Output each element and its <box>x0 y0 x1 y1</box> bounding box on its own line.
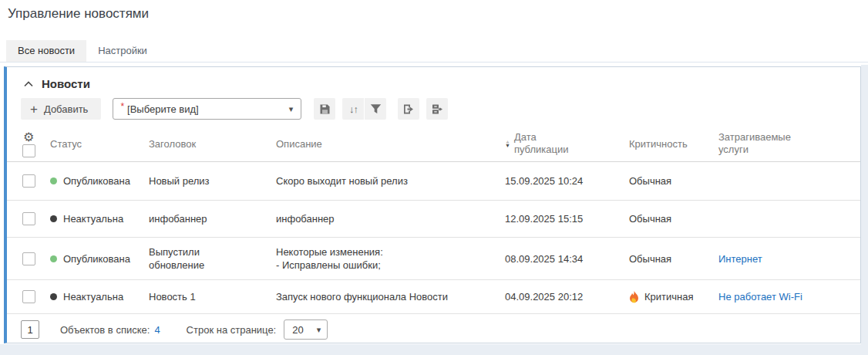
column-settings-gear-icon[interactable]: ⚙ <box>23 131 34 144</box>
row-checkbox[interactable] <box>22 212 35 225</box>
column-header-date-label: Дата публикации <box>514 131 579 156</box>
news-description: Запуск нового функционала Новости <box>276 290 448 303</box>
news-title: Выпустили обновление <box>149 245 249 272</box>
caret-down-icon: ▾ <box>317 326 321 334</box>
news-panel: Новости + Добавить * [Выберите вид] ▾ ↓↑ <box>4 66 861 343</box>
save-view-button[interactable] <box>314 98 335 120</box>
toolbar: + Добавить * [Выберите вид] ▾ ↓↑ <box>21 98 860 120</box>
status-dot <box>50 255 57 262</box>
news-description: Некоторые изменения: - Исправлены ошибки… <box>276 245 383 272</box>
news-title: Новый релиз <box>149 174 210 188</box>
collapse-chevron-icon[interactable] <box>24 81 33 87</box>
status-label: Опубликована <box>63 253 130 265</box>
news-table: ⚙ Статус Заголовок Описание ▲ ▼ Дата пуб… <box>7 126 860 345</box>
table-row[interactable]: Неактуальна Новость 1 Запуск нового функ… <box>7 280 860 314</box>
plus-icon: + <box>30 103 38 116</box>
export-structure-button[interactable] <box>426 98 448 120</box>
publish-date: 12.09.2025 15:15 <box>505 213 583 225</box>
status-label: Опубликована <box>63 175 130 187</box>
add-button[interactable]: + Добавить <box>21 98 101 120</box>
sort-arrows-icon: ↓↑ <box>349 103 358 115</box>
table-row[interactable]: Неактуальна инфобаннер инфобаннер 12.09.… <box>7 201 860 238</box>
affected-services-link[interactable]: Не работает Wi-Fi <box>718 291 802 303</box>
column-header-description[interactable]: Описание <box>276 126 505 161</box>
table-header: ⚙ Статус Заголовок Описание ▲ ▼ Дата пуб… <box>7 126 860 162</box>
status-dot <box>50 178 57 184</box>
panel-header: Новости <box>7 67 860 90</box>
filter-button[interactable] <box>365 98 386 120</box>
panel-title: Новости <box>42 77 90 90</box>
sort-desc-icon: ▼ <box>505 144 510 147</box>
rows-per-page-value: 20 <box>292 324 316 336</box>
criticality-label: Обычная <box>629 253 671 265</box>
export-button[interactable] <box>398 98 419 120</box>
criticality-label: Критичная <box>644 291 694 303</box>
filter-icon <box>370 103 382 114</box>
required-asterisk: * <box>120 101 124 112</box>
publish-date: 04.09.2025 20:12 <box>505 291 583 303</box>
tab-settings[interactable]: Настройки <box>86 40 159 62</box>
export-structure-icon <box>431 103 443 115</box>
affected-services-link[interactable]: Интернет <box>718 253 762 265</box>
tab-bar: Все новости Настройки <box>0 40 868 63</box>
page-number-button[interactable]: 1 <box>21 320 39 339</box>
column-header-services-label: Затрагиваемые услуги <box>718 131 809 156</box>
table-row[interactable]: Опубликована Выпустили обновление Некото… <box>7 238 860 280</box>
column-header-services[interactable]: Затрагиваемые услуги <box>718 126 860 161</box>
row-checkbox[interactable] <box>22 252 35 265</box>
status-dot <box>50 215 57 222</box>
row-checkbox[interactable] <box>22 290 35 303</box>
rows-per-page-select[interactable]: 20 ▾ <box>284 320 328 340</box>
select-all-checkbox[interactable] <box>22 144 35 157</box>
save-icon <box>319 103 331 115</box>
page-title: Управление новостями <box>8 6 149 22</box>
status-label: Неактуальна <box>63 213 123 225</box>
objects-count-label: Объектов в списке: <box>60 324 150 336</box>
vertical-scrollbar[interactable] <box>861 65 868 344</box>
news-title: инфобаннер <box>149 212 207 225</box>
column-header-status[interactable]: Статус <box>50 126 149 161</box>
view-select[interactable]: * [Выберите вид] ▾ <box>113 98 301 120</box>
publish-date: 15.09.2025 10:24 <box>505 175 583 187</box>
horizontal-scrollbar[interactable] <box>0 344 868 355</box>
view-select-value: [Выберите вид] <box>127 103 289 115</box>
table-footer: 1 Объектов в списке: 4 Строк на странице… <box>7 314 860 345</box>
table-row[interactable]: Опубликована Новый релиз Скоро выходит н… <box>7 162 860 201</box>
tab-all-news[interactable]: Все новости <box>6 40 86 62</box>
objects-count-value[interactable]: 4 <box>154 324 160 336</box>
critical-flame-icon <box>629 291 639 303</box>
add-button-label: Добавить <box>44 103 88 115</box>
column-header-date[interactable]: ▲ ▼ Дата публикации <box>505 126 629 161</box>
news-description: инфобаннер <box>276 212 335 225</box>
export-icon <box>402 103 415 115</box>
criticality-label: Обычная <box>629 175 671 187</box>
sort-button[interactable]: ↓↑ <box>342 98 364 120</box>
publish-date: 08.09.2025 14:34 <box>505 253 583 265</box>
rows-per-page-label: Строк на странице: <box>187 324 277 336</box>
caret-down-icon: ▾ <box>289 105 294 113</box>
sort-indicator: ▲ ▼ <box>505 140 510 147</box>
news-title: Новость 1 <box>149 290 196 303</box>
row-checkbox[interactable] <box>22 174 35 188</box>
column-header-criticality[interactable]: Критичность <box>629 126 718 161</box>
news-description: Скоро выходит новый релиз <box>276 174 408 188</box>
status-dot <box>50 293 57 300</box>
criticality-label: Обычная <box>629 213 671 225</box>
column-header-title[interactable]: Заголовок <box>149 126 276 161</box>
status-label: Неактуальна <box>63 291 123 303</box>
